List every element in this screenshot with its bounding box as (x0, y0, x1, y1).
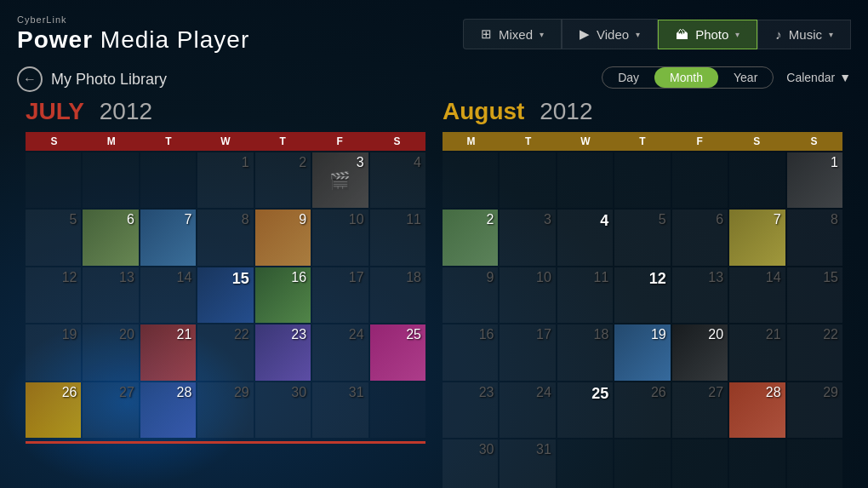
aug-day-21[interactable]: 21 (729, 324, 785, 380)
august-month-name: August (443, 98, 524, 124)
aug-day-5[interactable]: 5 (614, 210, 670, 265)
july-day-18[interactable]: 18 (370, 267, 425, 323)
july-day-25[interactable]: 25 (370, 324, 425, 380)
july-day-15[interactable]: 15 (197, 267, 253, 323)
july-calendar: JULY 2012 S M T W T F S 1 2 🎬 (17, 98, 434, 475)
aug-day-13[interactable]: 13 (672, 267, 728, 323)
july-day-26[interactable]: 26 (26, 382, 81, 438)
july-day-12[interactable]: 12 (26, 267, 81, 323)
july-header-row: S M T W T F S (26, 132, 425, 151)
day-button[interactable]: Day (602, 67, 654, 88)
aug-empty-end-3 (672, 439, 728, 488)
aug-day-4[interactable]: 4 (557, 210, 613, 265)
aug-day-18[interactable]: 18 (557, 324, 613, 380)
aug-day-2[interactable]: 2 (443, 210, 498, 265)
july-day-23[interactable]: 23 (255, 324, 311, 380)
july-day-8[interactable]: 8 (197, 210, 253, 265)
aug-empty-end-5 (787, 439, 842, 488)
tab-mixed-label: Mixed (499, 27, 533, 42)
aug-empty-6 (729, 152, 785, 208)
aug-day-3[interactable]: 3 (500, 210, 555, 265)
aug-day-26[interactable]: 26 (614, 382, 670, 438)
august-year: 2012 (540, 98, 592, 124)
aug-day-25[interactable]: 25 (557, 382, 613, 438)
july-day-29[interactable]: 29 (197, 382, 253, 438)
july-day-14[interactable]: 14 (140, 267, 196, 323)
july-day-1[interactable]: 1 (197, 152, 253, 208)
aug-day-12[interactable]: 12 (614, 267, 670, 323)
july-day-30[interactable]: 30 (255, 382, 311, 438)
aug-day-15[interactable]: 15 (787, 267, 842, 323)
july-day-16[interactable]: 16 (255, 267, 311, 323)
july-title: JULY 2012 (26, 98, 425, 125)
july-day-13[interactable]: 13 (83, 267, 138, 323)
july-day-17[interactable]: 17 (312, 267, 368, 323)
july-col-t2: T (254, 132, 311, 151)
july-day-11[interactable]: 11 (370, 210, 425, 265)
july-day-28[interactable]: 28 (140, 382, 196, 438)
tab-video[interactable]: ▶ Video ▾ (562, 19, 658, 49)
july-day-2[interactable]: 2 (255, 152, 311, 208)
july-day-10[interactable]: 10 (312, 210, 368, 265)
july-empty-3 (140, 152, 196, 208)
aug-day-16[interactable]: 16 (443, 324, 498, 380)
back-button[interactable]: ← (17, 66, 43, 92)
aug-day-17[interactable]: 17 (500, 324, 555, 380)
aug-day-6[interactable]: 6 (672, 210, 728, 265)
july-day-21[interactable]: 21 (140, 324, 196, 380)
july-day-6[interactable]: 6 (83, 210, 138, 265)
tab-mixed[interactable]: ⊞ Mixed ▾ (463, 19, 562, 49)
aug-empty-2 (500, 152, 555, 208)
aug-day-14[interactable]: 14 (729, 267, 785, 323)
july-day-20[interactable]: 20 (83, 324, 138, 380)
july-day-19[interactable]: 19 (26, 324, 81, 380)
aug-day-11[interactable]: 11 (557, 267, 613, 323)
app-title-power: Power (17, 26, 93, 53)
july-col-m: M (83, 132, 140, 151)
july-empty-2 (83, 152, 138, 208)
aug-day-20[interactable]: 20 (672, 324, 728, 380)
july-day-24[interactable]: 24 (312, 324, 368, 380)
aug-day-19[interactable]: 19 (614, 324, 670, 380)
july-day-9[interactable]: 9 (255, 210, 311, 265)
photo-arrow-icon: ▾ (735, 30, 740, 39)
app-title: Power Media Player (17, 26, 249, 54)
main-content: JULY 2012 S M T W T F S 1 2 🎬 (0, 94, 868, 479)
july-day-4[interactable]: 4 (370, 152, 425, 208)
aug-day-22[interactable]: 22 (787, 324, 842, 380)
aug-day-10[interactable]: 10 (500, 267, 555, 323)
cyberlink-logo: CyberLink (17, 14, 249, 25)
july-day-7[interactable]: 7 (140, 210, 196, 265)
music-arrow-icon: ▾ (829, 30, 833, 39)
breadcrumb-title: My Photo Library (51, 71, 167, 89)
aug-day-30[interactable]: 30 (443, 439, 498, 488)
year-button[interactable]: Year (718, 67, 773, 88)
aug-day-28[interactable]: 28 (729, 382, 785, 438)
july-day-27[interactable]: 27 (83, 382, 138, 438)
aug-day-29[interactable]: 29 (787, 382, 842, 438)
aug-day-24[interactable]: 24 (500, 382, 555, 438)
july-day-31[interactable]: 31 (312, 382, 368, 438)
july-day-22[interactable]: 22 (197, 324, 253, 380)
aug-day-8[interactable]: 8 (787, 210, 842, 265)
month-button[interactable]: Month (654, 67, 718, 88)
july-day-5[interactable]: 5 (26, 210, 81, 265)
july-col-w: W (197, 132, 254, 151)
tab-photo[interactable]: 🏔 Photo ▾ (658, 20, 757, 49)
app-title-media: Media (93, 26, 177, 53)
logo-area: CyberLink Power Media Player (17, 14, 249, 54)
aug-day-7[interactable]: 7 (729, 210, 785, 265)
aug-day-23[interactable]: 23 (443, 382, 498, 438)
aug-day-31[interactable]: 31 (500, 439, 555, 488)
video-icon: ▶ (580, 26, 590, 42)
calendar-dropdown[interactable]: Calendar ▼ (786, 71, 851, 84)
aug-day-1[interactable]: 1 (787, 152, 842, 208)
music-icon: ♪ (775, 27, 782, 42)
aug-day-9[interactable]: 9 (443, 267, 498, 323)
july-day-3[interactable]: 🎬 3 (312, 152, 368, 208)
august-body: 1 2 3 4 5 6 7 8 9 10 11 (443, 152, 842, 488)
tab-music-label: Music (789, 27, 822, 42)
aug-day-27[interactable]: 27 (672, 382, 728, 438)
tab-music[interactable]: ♪ Music ▾ (757, 20, 851, 49)
july-col-t1: T (140, 132, 197, 151)
